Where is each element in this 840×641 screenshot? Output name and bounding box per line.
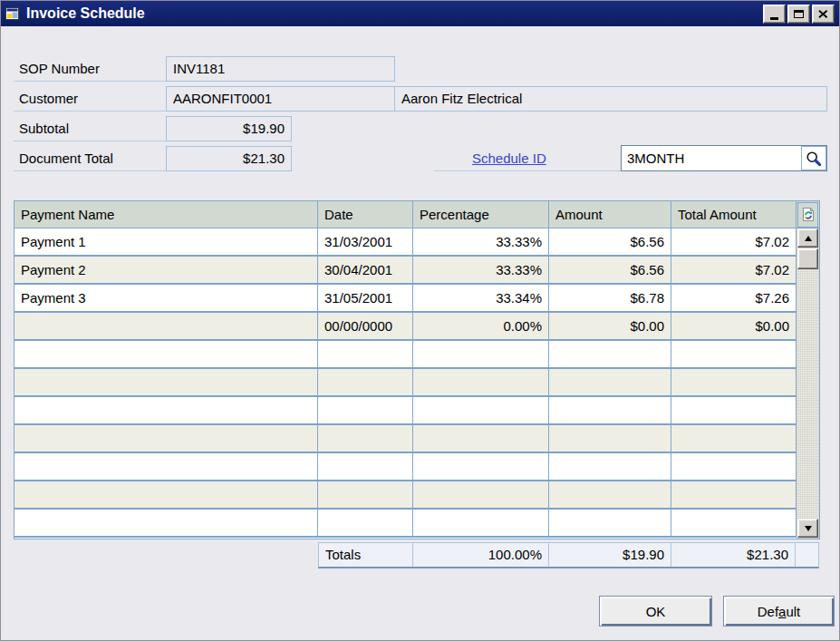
document-total-value: $21.30 (166, 146, 292, 171)
date-cell[interactable] (318, 369, 413, 395)
scroll-down-icon (805, 526, 812, 531)
percentage-cell[interactable] (413, 397, 549, 423)
percentage-cell[interactable] (413, 425, 549, 452)
total-amount-cell[interactable]: $7.02 (671, 257, 797, 283)
date-cell[interactable] (318, 453, 413, 480)
percentage-cell[interactable] (413, 510, 549, 536)
amount-cell[interactable] (549, 341, 671, 367)
grid-header-corner (797, 201, 819, 228)
table-row (14, 341, 797, 369)
total-amount-cell[interactable] (671, 481, 797, 508)
refresh-button[interactable] (797, 202, 818, 228)
payment-name-cell[interactable] (14, 397, 318, 423)
payment-name-cell[interactable]: Payment 3 (14, 285, 318, 311)
scroll-up-icon (805, 236, 812, 241)
sop-number-value: INV1181 (166, 56, 395, 82)
default-button[interactable]: Default (723, 596, 835, 626)
total-amount-cell[interactable] (671, 510, 797, 536)
totals-filler (796, 543, 818, 567)
totals-row: Totals 100.00% $19.90 $21.30 (318, 542, 819, 568)
column-header-date[interactable]: Date (318, 201, 413, 228)
date-cell[interactable] (318, 341, 413, 367)
sop-number-label: SOP Number (14, 56, 166, 82)
table-row: Payment 131/03/200133.33%$6.56$7.02 (14, 228, 797, 257)
percentage-cell[interactable]: 33.33% (413, 228, 549, 255)
percentage-cell[interactable]: 33.33% (413, 257, 549, 283)
percentage-cell[interactable] (413, 481, 549, 508)
table-row: Payment 331/05/200133.34%$6.78$7.26 (14, 285, 797, 313)
date-cell[interactable] (318, 397, 413, 423)
table-row: 00/00/00000.00%$0.00$0.00 (14, 313, 797, 341)
schedule-id-link[interactable]: Schedule ID (472, 151, 546, 166)
date-cell[interactable]: 31/03/2001 (318, 228, 413, 255)
table-row (14, 369, 797, 397)
amount-cell[interactable] (549, 481, 671, 508)
total-amount-cell[interactable] (671, 453, 797, 480)
amount-cell[interactable]: $6.78 (549, 285, 671, 311)
percentage-cell[interactable]: 33.34% (413, 285, 549, 311)
window-title: Invoice Schedule (26, 5, 145, 22)
lookup-icon (806, 151, 822, 167)
column-header-total-amount[interactable]: Total Amount (671, 201, 797, 228)
table-row (14, 453, 797, 481)
column-header-payment-name[interactable]: Payment Name (14, 201, 318, 228)
amount-cell[interactable] (549, 425, 671, 452)
percentage-cell[interactable] (413, 369, 549, 395)
payment-name-cell[interactable] (14, 510, 318, 536)
schedule-id-prompt: Schedule ID (434, 146, 621, 171)
total-amount-cell[interactable] (671, 425, 797, 452)
total-amount-cell[interactable]: $0.00 (671, 313, 797, 339)
amount-cell[interactable]: $6.56 (549, 257, 671, 283)
column-header-percentage[interactable]: Percentage (413, 201, 549, 228)
date-cell[interactable]: 00/00/0000 (318, 313, 413, 339)
payment-name-cell[interactable]: Payment 2 (14, 257, 318, 283)
totals-amount: $19.90 (549, 543, 671, 567)
date-cell[interactable] (318, 510, 413, 536)
schedule-id-lookup-button[interactable] (801, 146, 826, 170)
column-header-amount[interactable]: Amount (549, 201, 671, 228)
payment-name-cell[interactable] (14, 425, 318, 452)
amount-cell[interactable] (549, 510, 671, 536)
date-cell[interactable]: 31/05/2001 (318, 285, 413, 311)
payment-name-cell[interactable] (14, 341, 318, 367)
total-amount-cell[interactable]: $7.26 (671, 285, 797, 311)
date-cell[interactable] (318, 425, 413, 452)
payment-name-cell[interactable] (14, 453, 318, 480)
totals-label: Totals (319, 543, 413, 567)
payment-schedule-grid: Payment Name Date Percentage Amount Tota… (14, 200, 820, 539)
vertical-scrollbar[interactable] (797, 228, 819, 539)
schedule-id-input[interactable] (622, 146, 801, 170)
minimize-button[interactable] (763, 5, 786, 24)
amount-cell[interactable] (549, 453, 671, 480)
amount-cell[interactable] (549, 369, 671, 395)
document-total-label: Document Total (14, 146, 166, 171)
titlebar: Invoice Schedule (1, 1, 839, 26)
subtotal-label: Subtotal (14, 116, 166, 141)
total-amount-cell[interactable] (671, 341, 797, 367)
ok-button[interactable]: OK (599, 596, 712, 626)
scroll-thumb[interactable] (797, 248, 818, 269)
total-amount-cell[interactable] (671, 397, 797, 423)
percentage-cell[interactable] (413, 341, 549, 367)
payment-name-cell[interactable] (14, 369, 318, 395)
total-amount-cell[interactable] (671, 369, 797, 395)
refresh-icon (801, 207, 816, 222)
scroll-down-button[interactable] (797, 519, 818, 538)
customer-label: Customer (14, 86, 166, 112)
date-cell[interactable]: 30/04/2001 (318, 257, 413, 283)
amount-cell[interactable]: $6.56 (549, 228, 671, 255)
payment-name-cell[interactable] (14, 481, 318, 508)
maximize-icon (794, 10, 804, 18)
date-cell[interactable] (318, 481, 413, 508)
scroll-up-button[interactable] (797, 228, 818, 248)
amount-cell[interactable] (549, 397, 671, 423)
payment-name-cell[interactable] (14, 313, 318, 339)
maximize-button[interactable] (787, 5, 810, 24)
total-amount-cell[interactable]: $7.02 (671, 228, 797, 255)
percentage-cell[interactable] (413, 453, 549, 480)
amount-cell[interactable]: $0.00 (549, 313, 671, 339)
percentage-cell[interactable]: 0.00% (413, 313, 549, 339)
table-row (14, 397, 797, 425)
payment-name-cell[interactable]: Payment 1 (14, 228, 318, 255)
close-button[interactable] (812, 5, 835, 24)
